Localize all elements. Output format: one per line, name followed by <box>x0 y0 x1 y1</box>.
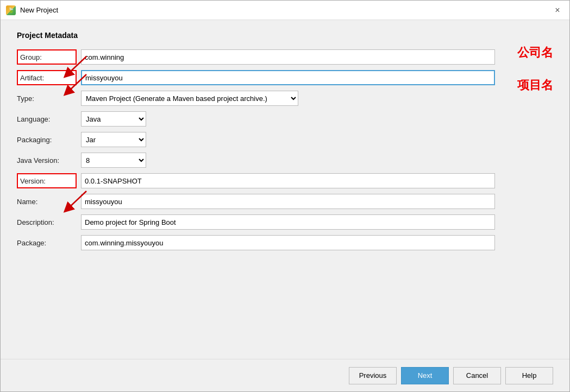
package-input[interactable] <box>81 235 495 250</box>
package-label: Package: <box>17 235 77 250</box>
window-title: New Project <box>20 6 58 14</box>
type-label: Type: <box>17 91 77 106</box>
help-button[interactable]: Help <box>505 367 553 384</box>
close-button[interactable]: × <box>551 4 564 17</box>
java-version-select[interactable]: 8 <box>81 153 146 168</box>
annotation-group: 公司名 项目名 <box>517 45 553 93</box>
artifact-input[interactable] <box>81 70 495 85</box>
section-title: Project Metadata <box>17 31 553 40</box>
group-label: Group: <box>17 49 77 65</box>
description-input[interactable] <box>81 214 495 230</box>
project-annotation: 项目名 <box>517 77 553 93</box>
version-input[interactable] <box>81 173 495 188</box>
java-version-label: Java Version: <box>17 153 77 168</box>
next-button[interactable]: Next <box>401 367 449 384</box>
type-select[interactable]: Maven Project (Generate a Maven based pr… <box>81 91 298 106</box>
form-grid: Group: Artifact: Type: Maven Project (Ge… <box>17 49 495 250</box>
footer: Previous Next Cancel Help <box>1 359 569 391</box>
packaging-label: Packaging: <box>17 132 77 147</box>
java-version-select-wrapper: 8 <box>81 153 495 168</box>
cancel-button[interactable]: Cancel <box>453 367 501 384</box>
version-label: Version: <box>17 173 77 188</box>
artifact-label: Artifact: <box>17 70 77 85</box>
packaging-select-wrapper: Jar <box>81 132 495 147</box>
title-bar-left: 🍃 New Project <box>6 5 58 15</box>
description-label: Description: <box>17 214 77 230</box>
language-select-wrapper: Java <box>81 111 495 127</box>
language-label: Language: <box>17 111 77 127</box>
company-annotation: 公司名 <box>517 45 553 61</box>
language-select[interactable]: Java <box>81 111 146 127</box>
new-project-dialog: 🍃 New Project × Project Metadata Group: … <box>0 0 570 392</box>
app-icon: 🍃 <box>6 5 16 15</box>
title-bar: 🍃 New Project × <box>1 1 569 20</box>
name-label: Name: <box>17 194 77 209</box>
group-input[interactable] <box>81 49 495 65</box>
form-content: Project Metadata Group: Artifact: Type: … <box>1 20 569 359</box>
name-input[interactable] <box>81 194 495 209</box>
packaging-select[interactable]: Jar <box>81 132 146 147</box>
previous-button[interactable]: Previous <box>349 367 397 384</box>
